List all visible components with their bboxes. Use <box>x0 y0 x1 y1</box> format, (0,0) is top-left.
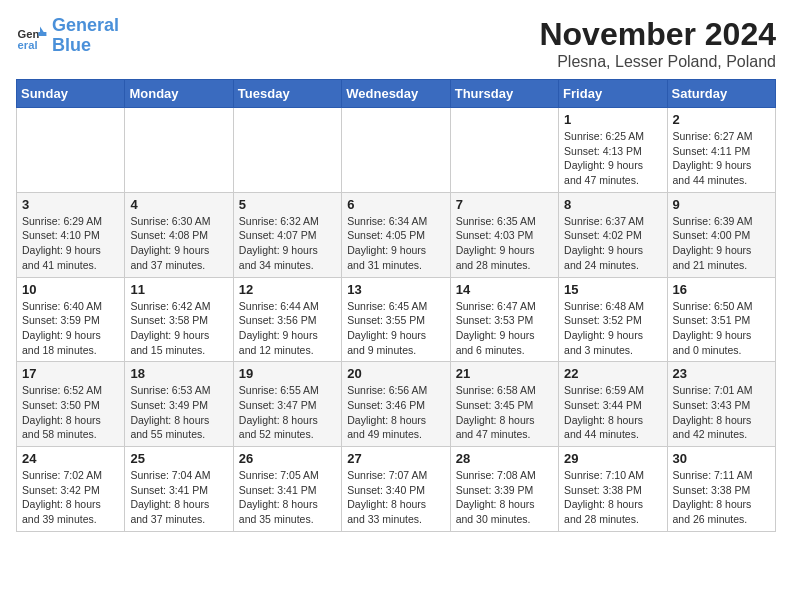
day-number: 12 <box>239 282 336 297</box>
header-cell-saturday: Saturday <box>667 80 775 108</box>
day-cell <box>125 108 233 193</box>
day-number: 13 <box>347 282 444 297</box>
day-info: Sunrise: 6:35 AM Sunset: 4:03 PM Dayligh… <box>456 214 553 273</box>
day-number: 19 <box>239 366 336 381</box>
day-info: Sunrise: 7:02 AM Sunset: 3:42 PM Dayligh… <box>22 468 119 527</box>
day-number: 8 <box>564 197 661 212</box>
day-number: 30 <box>673 451 770 466</box>
calendar-header: SundayMondayTuesdayWednesdayThursdayFrid… <box>17 80 776 108</box>
day-cell <box>17 108 125 193</box>
day-cell: 6Sunrise: 6:34 AM Sunset: 4:05 PM Daylig… <box>342 192 450 277</box>
day-number: 2 <box>673 112 770 127</box>
header-cell-monday: Monday <box>125 80 233 108</box>
day-cell <box>233 108 341 193</box>
day-number: 1 <box>564 112 661 127</box>
day-number: 26 <box>239 451 336 466</box>
day-cell: 10Sunrise: 6:40 AM Sunset: 3:59 PM Dayli… <box>17 277 125 362</box>
day-number: 9 <box>673 197 770 212</box>
svg-text:eral: eral <box>18 39 38 51</box>
day-info: Sunrise: 6:39 AM Sunset: 4:00 PM Dayligh… <box>673 214 770 273</box>
day-info: Sunrise: 6:45 AM Sunset: 3:55 PM Dayligh… <box>347 299 444 358</box>
day-info: Sunrise: 6:56 AM Sunset: 3:46 PM Dayligh… <box>347 383 444 442</box>
day-number: 28 <box>456 451 553 466</box>
day-number: 14 <box>456 282 553 297</box>
day-info: Sunrise: 6:58 AM Sunset: 3:45 PM Dayligh… <box>456 383 553 442</box>
day-number: 7 <box>456 197 553 212</box>
day-cell: 27Sunrise: 7:07 AM Sunset: 3:40 PM Dayli… <box>342 447 450 532</box>
day-cell: 8Sunrise: 6:37 AM Sunset: 4:02 PM Daylig… <box>559 192 667 277</box>
day-number: 24 <box>22 451 119 466</box>
svg-text:Gen: Gen <box>18 27 40 39</box>
week-row-3: 10Sunrise: 6:40 AM Sunset: 3:59 PM Dayli… <box>17 277 776 362</box>
day-number: 5 <box>239 197 336 212</box>
day-info: Sunrise: 7:08 AM Sunset: 3:39 PM Dayligh… <box>456 468 553 527</box>
week-row-2: 3Sunrise: 6:29 AM Sunset: 4:10 PM Daylig… <box>17 192 776 277</box>
day-cell: 24Sunrise: 7:02 AM Sunset: 3:42 PM Dayli… <box>17 447 125 532</box>
day-number: 25 <box>130 451 227 466</box>
week-row-5: 24Sunrise: 7:02 AM Sunset: 3:42 PM Dayli… <box>17 447 776 532</box>
subtitle: Plesna, Lesser Poland, Poland <box>539 53 776 71</box>
day-info: Sunrise: 6:52 AM Sunset: 3:50 PM Dayligh… <box>22 383 119 442</box>
week-row-1: 1Sunrise: 6:25 AM Sunset: 4:13 PM Daylig… <box>17 108 776 193</box>
day-cell: 5Sunrise: 6:32 AM Sunset: 4:07 PM Daylig… <box>233 192 341 277</box>
day-cell: 18Sunrise: 6:53 AM Sunset: 3:49 PM Dayli… <box>125 362 233 447</box>
day-cell: 25Sunrise: 7:04 AM Sunset: 3:41 PM Dayli… <box>125 447 233 532</box>
week-row-4: 17Sunrise: 6:52 AM Sunset: 3:50 PM Dayli… <box>17 362 776 447</box>
logo-text: GeneralBlue <box>52 16 119 56</box>
day-info: Sunrise: 7:05 AM Sunset: 3:41 PM Dayligh… <box>239 468 336 527</box>
day-info: Sunrise: 6:55 AM Sunset: 3:47 PM Dayligh… <box>239 383 336 442</box>
day-number: 29 <box>564 451 661 466</box>
day-info: Sunrise: 6:29 AM Sunset: 4:10 PM Dayligh… <box>22 214 119 273</box>
day-cell: 20Sunrise: 6:56 AM Sunset: 3:46 PM Dayli… <box>342 362 450 447</box>
header-row: SundayMondayTuesdayWednesdayThursdayFrid… <box>17 80 776 108</box>
day-info: Sunrise: 7:04 AM Sunset: 3:41 PM Dayligh… <box>130 468 227 527</box>
day-number: 20 <box>347 366 444 381</box>
day-number: 27 <box>347 451 444 466</box>
day-info: Sunrise: 6:42 AM Sunset: 3:58 PM Dayligh… <box>130 299 227 358</box>
day-cell: 15Sunrise: 6:48 AM Sunset: 3:52 PM Dayli… <box>559 277 667 362</box>
header-cell-sunday: Sunday <box>17 80 125 108</box>
day-number: 3 <box>22 197 119 212</box>
svg-rect-3 <box>38 32 46 36</box>
day-info: Sunrise: 6:37 AM Sunset: 4:02 PM Dayligh… <box>564 214 661 273</box>
day-info: Sunrise: 6:27 AM Sunset: 4:11 PM Dayligh… <box>673 129 770 188</box>
day-cell: 1Sunrise: 6:25 AM Sunset: 4:13 PM Daylig… <box>559 108 667 193</box>
day-number: 11 <box>130 282 227 297</box>
day-info: Sunrise: 6:44 AM Sunset: 3:56 PM Dayligh… <box>239 299 336 358</box>
day-cell: 28Sunrise: 7:08 AM Sunset: 3:39 PM Dayli… <box>450 447 558 532</box>
day-cell <box>342 108 450 193</box>
day-info: Sunrise: 7:07 AM Sunset: 3:40 PM Dayligh… <box>347 468 444 527</box>
day-cell: 21Sunrise: 6:58 AM Sunset: 3:45 PM Dayli… <box>450 362 558 447</box>
day-cell: 9Sunrise: 6:39 AM Sunset: 4:00 PM Daylig… <box>667 192 775 277</box>
day-cell: 30Sunrise: 7:11 AM Sunset: 3:38 PM Dayli… <box>667 447 775 532</box>
day-cell: 2Sunrise: 6:27 AM Sunset: 4:11 PM Daylig… <box>667 108 775 193</box>
day-number: 18 <box>130 366 227 381</box>
day-cell: 11Sunrise: 6:42 AM Sunset: 3:58 PM Dayli… <box>125 277 233 362</box>
day-cell: 13Sunrise: 6:45 AM Sunset: 3:55 PM Dayli… <box>342 277 450 362</box>
day-info: Sunrise: 6:32 AM Sunset: 4:07 PM Dayligh… <box>239 214 336 273</box>
day-cell: 7Sunrise: 6:35 AM Sunset: 4:03 PM Daylig… <box>450 192 558 277</box>
header: Gen eral GeneralBlue November 2024 Plesn… <box>16 16 776 71</box>
day-cell: 19Sunrise: 6:55 AM Sunset: 3:47 PM Dayli… <box>233 362 341 447</box>
day-cell: 4Sunrise: 6:30 AM Sunset: 4:08 PM Daylig… <box>125 192 233 277</box>
calendar-body: 1Sunrise: 6:25 AM Sunset: 4:13 PM Daylig… <box>17 108 776 532</box>
day-number: 10 <box>22 282 119 297</box>
day-cell: 23Sunrise: 7:01 AM Sunset: 3:43 PM Dayli… <box>667 362 775 447</box>
day-cell: 26Sunrise: 7:05 AM Sunset: 3:41 PM Dayli… <box>233 447 341 532</box>
header-cell-thursday: Thursday <box>450 80 558 108</box>
day-cell <box>450 108 558 193</box>
day-number: 6 <box>347 197 444 212</box>
day-number: 16 <box>673 282 770 297</box>
title-area: November 2024 Plesna, Lesser Poland, Pol… <box>539 16 776 71</box>
day-info: Sunrise: 6:50 AM Sunset: 3:51 PM Dayligh… <box>673 299 770 358</box>
day-info: Sunrise: 6:47 AM Sunset: 3:53 PM Dayligh… <box>456 299 553 358</box>
day-cell: 16Sunrise: 6:50 AM Sunset: 3:51 PM Dayli… <box>667 277 775 362</box>
day-cell: 29Sunrise: 7:10 AM Sunset: 3:38 PM Dayli… <box>559 447 667 532</box>
day-number: 23 <box>673 366 770 381</box>
header-cell-wednesday: Wednesday <box>342 80 450 108</box>
main-title: November 2024 <box>539 16 776 53</box>
day-info: Sunrise: 6:34 AM Sunset: 4:05 PM Dayligh… <box>347 214 444 273</box>
day-cell: 17Sunrise: 6:52 AM Sunset: 3:50 PM Dayli… <box>17 362 125 447</box>
day-info: Sunrise: 7:10 AM Sunset: 3:38 PM Dayligh… <box>564 468 661 527</box>
day-cell: 12Sunrise: 6:44 AM Sunset: 3:56 PM Dayli… <box>233 277 341 362</box>
